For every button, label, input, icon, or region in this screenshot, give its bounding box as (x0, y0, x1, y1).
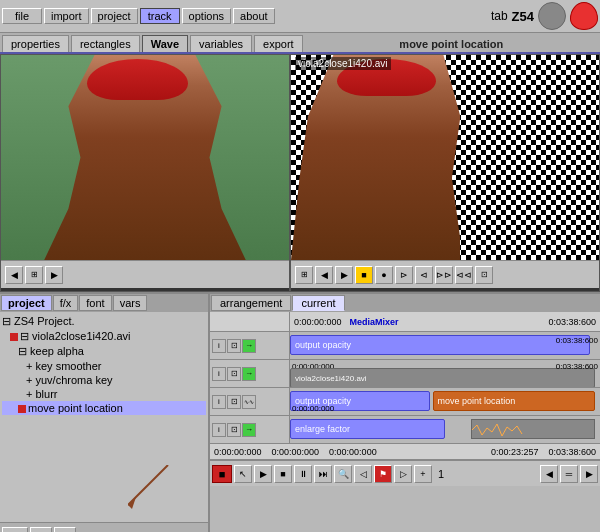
tree-item-5[interactable]: + blurr (2, 387, 206, 401)
variables-tab[interactable]: variables (190, 35, 252, 52)
right-ctrl-6[interactable]: ⊳ (395, 266, 413, 284)
tree-item-6[interactable]: move point location (2, 401, 206, 415)
import-menu[interactable]: import (44, 8, 89, 24)
font-tab[interactable]: font (79, 295, 111, 311)
mark-in[interactable]: ◁ (354, 465, 372, 483)
record-btn[interactable]: ■ (212, 465, 232, 483)
right-panel: arrangement current 0:00:00:000 MediaMix… (210, 294, 600, 532)
pause-btn[interactable]: ⏸ (294, 465, 312, 483)
video-controls-right: ⊞ ◀ ▶ ■ ● ⊳ ⊲ ⊳⊳ ⊲⊲ ⊡ (291, 260, 599, 288)
tree-item-4[interactable]: + yuv/chroma key (2, 373, 206, 387)
cursor-btn[interactable]: ↖ (234, 465, 252, 483)
timeline-tabs: arrangement current (210, 294, 600, 312)
track-label-4: enlarge factor (295, 424, 350, 434)
right-stop-btn[interactable]: ■ (355, 266, 373, 284)
track-block-4[interactable]: enlarge factor (290, 419, 445, 439)
next-frame-btn[interactable]: ▶ (45, 266, 63, 284)
prev-frame-btn[interactable]: ◀ (5, 266, 23, 284)
nav-eq[interactable]: ═ (560, 465, 578, 483)
track-content-3: output opacity 0:00:00:000 move point lo… (290, 388, 600, 415)
panel-tabs: project f/x font vars (0, 294, 208, 312)
track-block-2[interactable]: viola2close1i420.avi (290, 368, 595, 387)
stop-btn[interactable]: ■ (274, 465, 292, 483)
nav-next[interactable]: ▶ (580, 465, 598, 483)
about-menu[interactable]: about (233, 8, 275, 24)
zoom-btn[interactable]: 🔍 (334, 465, 352, 483)
tab-bar: properties rectangles Wave variables exp… (0, 33, 600, 54)
right-snapshot-btn[interactable]: ⊡ (475, 266, 493, 284)
tree-area: ⊟ ZS4 Project. ⊟ viola2close1i420.avi ⊟ … (0, 312, 208, 522)
main-area: ◀ ⊞ ▶ viola2close1i420.avi ⊞ ◀ ▶ ■ ● ⊳ ⊲… (0, 54, 600, 292)
track-waveform-3[interactable]: ∿∿ (242, 395, 256, 409)
frame-counter: 1 (438, 468, 444, 480)
track-content-1: output opacity 0:03:38:600 (290, 332, 600, 359)
export-tab[interactable]: export (254, 35, 303, 52)
ruler-t1: 0:00:00:000 (214, 447, 262, 457)
ruler-t5: 0:03:38:600 (548, 447, 596, 457)
wave-tab[interactable]: Wave (142, 35, 188, 52)
panel-btn-3[interactable]: ✕ (54, 527, 76, 533)
track-row-1: i ⊡ → output opacity 0:03:38:600 (210, 332, 600, 360)
track-info-3[interactable]: i (212, 395, 226, 409)
track-label-1: output opacity (295, 340, 351, 350)
avatar (538, 2, 566, 30)
current-tab[interactable]: current (292, 295, 344, 311)
arrangement-tab[interactable]: arrangement (211, 295, 291, 311)
right-prev-btn[interactable]: ◀ (315, 266, 333, 284)
right-ctrl-1[interactable]: ⊞ (295, 266, 313, 284)
add-btn[interactable]: + (414, 465, 432, 483)
tree-item-3[interactable]: + key smoother (2, 359, 206, 373)
track-controls-2: i ⊡ → (210, 360, 290, 387)
fx-tab[interactable]: f/x (53, 295, 79, 311)
track-view-4[interactable]: ⊡ (227, 423, 241, 437)
track-view-3[interactable]: ⊡ (227, 395, 241, 409)
flag-btn[interactable]: ⚑ (374, 465, 392, 483)
panel-btn-1[interactable] (2, 527, 28, 533)
project-menu[interactable]: project (91, 8, 138, 24)
project-tab[interactable]: project (1, 295, 52, 311)
bottom-panel: project f/x font vars ⊟ ZS4 Project. ⊟ v… (0, 292, 600, 532)
track-block-1[interactable]: output opacity (290, 335, 590, 355)
header-time1: 0:00:00:000 (294, 317, 342, 327)
track-menu[interactable]: track (140, 8, 180, 24)
right-ctrl-9[interactable]: ⊲⊲ (455, 266, 473, 284)
track-info-2[interactable]: i (212, 367, 226, 381)
waveform-preview (471, 419, 595, 439)
skip-btn[interactable]: ⏭ (314, 465, 332, 483)
options-menu[interactable]: options (182, 8, 231, 24)
play-btn[interactable]: ▶ (254, 465, 272, 483)
track-info-4[interactable]: i (212, 423, 226, 437)
file-menu[interactable]: file (2, 8, 42, 24)
track-key-1[interactable]: → (242, 339, 256, 353)
right-ctrl-5[interactable]: ● (375, 266, 393, 284)
vars-tab[interactable]: vars (113, 295, 148, 311)
tree-item-1[interactable]: ⊟ viola2close1i420.avi (2, 329, 206, 344)
preview-left: ◀ ⊞ ▶ (0, 54, 290, 292)
nav-prev[interactable]: ◀ (540, 465, 558, 483)
track-key-4[interactable]: → (242, 423, 256, 437)
mark-out[interactable]: ▷ (394, 465, 412, 483)
strawberry-icon (570, 2, 598, 30)
track-key-2[interactable]: → (242, 367, 256, 381)
track-block-3b[interactable]: move point location (433, 391, 595, 411)
top-right-area: tab Z54 (491, 2, 598, 30)
right-ctrl-7[interactable]: ⊲ (415, 266, 433, 284)
track-view-2[interactable]: ⊡ (227, 367, 241, 381)
track-info-1[interactable]: i (212, 339, 226, 353)
ruler-t3: 0:00:00:000 (329, 447, 377, 457)
right-ctrl-8[interactable]: ⊳⊳ (435, 266, 453, 284)
rectangles-tab[interactable]: rectangles (71, 35, 140, 52)
preview-right: viola2close1i420.avi ⊞ ◀ ▶ ■ ● ⊳ ⊲ ⊳⊳ ⊲⊲… (290, 54, 600, 292)
right-play-btn[interactable]: ▶ (335, 266, 353, 284)
tree-item-2[interactable]: ⊟ keep alpha (2, 344, 206, 359)
track-row-3: i ⊡ ∿∿ output opacity 0:00:00:000 move p… (210, 388, 600, 416)
shortcut-label: Z54 (512, 9, 534, 24)
tree-item-0[interactable]: ⊟ ZS4 Project. (2, 314, 206, 329)
snapshot-btn[interactable]: ⊞ (25, 266, 43, 284)
track-view-1[interactable]: ⊡ (227, 339, 241, 353)
panel-btn-2[interactable] (30, 527, 52, 533)
ruler-t2: 0:00:00:000 (272, 447, 320, 457)
properties-tab[interactable]: properties (2, 35, 69, 52)
video-frame-right (291, 55, 599, 260)
track-content-4: enlarge factor (290, 416, 600, 443)
